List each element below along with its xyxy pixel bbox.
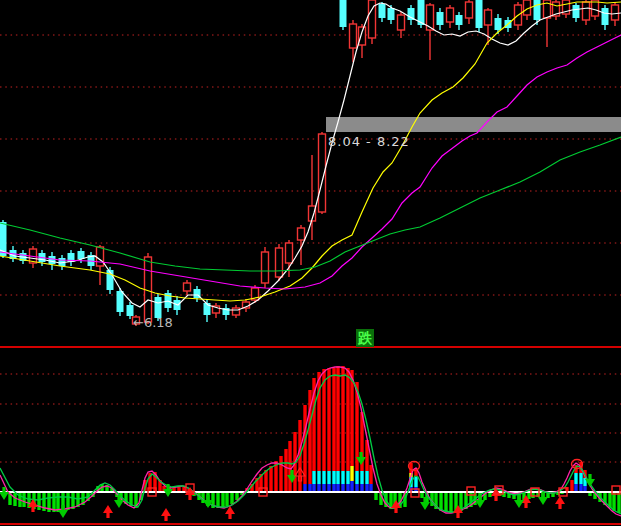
histogram-bar	[346, 484, 349, 491]
histogram-bar	[341, 484, 344, 491]
fall-badge: 跌	[356, 329, 374, 347]
histogram-bar	[355, 471, 358, 484]
panel-bottom-border	[0, 523, 621, 525]
candle-up	[184, 283, 191, 291]
histogram-bar	[332, 484, 335, 491]
histogram-bar	[317, 471, 320, 484]
histogram-bar	[369, 465, 372, 484]
candle-up	[485, 10, 492, 25]
histogram-bar	[570, 480, 573, 491]
histogram-bar	[22, 493, 25, 507]
ma-green	[0, 137, 621, 271]
histogram-bar	[312, 484, 315, 491]
histogram-bar	[336, 366, 339, 471]
candle-down	[476, 0, 483, 28]
candle-down	[456, 15, 463, 25]
candle-down	[388, 8, 395, 20]
candle-down	[534, 0, 541, 20]
histogram-bar	[341, 471, 344, 484]
histogram-bar	[449, 493, 452, 513]
buy-arrow-up	[555, 496, 565, 509]
histogram-bar	[612, 493, 615, 511]
histogram-bar	[350, 370, 353, 466]
candle-down	[379, 4, 386, 18]
histogram-bar	[588, 493, 591, 496]
histogram-bar	[303, 484, 306, 491]
ma-magenta	[0, 35, 621, 289]
histogram-bar	[374, 493, 377, 500]
histogram-bar	[365, 484, 368, 491]
indicator-panel[interactable]	[0, 348, 621, 526]
buy-arrow-up	[225, 506, 235, 519]
histogram-bar	[216, 493, 219, 508]
indicator-svg	[0, 348, 621, 526]
candle-up	[466, 2, 473, 18]
histogram-bar	[341, 366, 344, 471]
histogram-bar	[360, 484, 363, 491]
histogram-bar	[365, 471, 368, 484]
histogram-bar	[346, 368, 349, 471]
histogram-bar	[327, 368, 330, 471]
histogram-bar	[360, 471, 363, 484]
histogram-bar	[13, 493, 16, 506]
histogram-bar	[574, 473, 577, 484]
histogram-bar	[288, 441, 291, 491]
price-range-label: 8.04 - 8.22	[328, 135, 410, 149]
histogram-bar	[317, 484, 320, 491]
candle-down	[117, 291, 124, 312]
candle-down	[437, 12, 444, 25]
histogram-bar	[336, 471, 339, 484]
low-price-annotation: ←6.18	[133, 316, 173, 330]
histogram-bar	[269, 466, 272, 491]
histogram-bar	[308, 484, 311, 491]
price-range-band	[326, 117, 621, 132]
candle-up	[359, 27, 366, 45]
candle-down	[495, 18, 502, 30]
candle-up	[583, 2, 590, 20]
histogram-bar	[583, 486, 586, 491]
histogram-bar	[66, 493, 69, 510]
candle-up	[286, 243, 293, 263]
candle-up	[612, 5, 619, 20]
histogram-bar	[230, 493, 233, 504]
histogram-bar	[336, 484, 339, 491]
histogram-bar	[488, 493, 491, 497]
histogram-bar	[350, 481, 353, 491]
candle-up	[398, 15, 405, 30]
histogram-bar	[327, 471, 330, 484]
histogram-bar	[37, 493, 40, 510]
histogram-bar	[617, 493, 620, 513]
chart-window: 8.04 - 8.22 ←6.18 跌	[0, 0, 621, 526]
histogram-bar	[221, 493, 224, 507]
histogram-bar	[312, 471, 315, 484]
candle-down	[573, 5, 580, 18]
candle-up	[350, 24, 357, 48]
buy-arrow-up	[161, 508, 171, 521]
candle-up	[262, 252, 269, 283]
histogram-bar	[350, 466, 353, 481]
histogram-bar	[332, 368, 335, 471]
histogram-bar	[560, 493, 563, 494]
candle-up	[447, 8, 454, 22]
histogram-bar	[579, 484, 582, 491]
histogram-bar	[444, 493, 447, 512]
candle-down	[340, 0, 347, 27]
candle-up	[276, 248, 283, 277]
histogram-bar	[414, 477, 417, 487]
candle-down	[49, 256, 56, 264]
histogram-bar	[322, 484, 325, 491]
histogram-bar	[327, 484, 330, 491]
candlestick-panel[interactable]	[0, 0, 621, 348]
histogram-bar	[574, 484, 577, 491]
candle-down	[602, 8, 609, 25]
histogram-bar	[346, 471, 349, 484]
histogram-bar	[355, 484, 358, 491]
histogram-bar	[284, 449, 287, 491]
histogram-bar	[420, 493, 423, 498]
candle-up	[233, 308, 240, 315]
histogram-bar	[322, 471, 325, 484]
histogram-bar	[279, 456, 282, 491]
histogram-bar	[579, 473, 582, 484]
sell-arrow-down	[0, 487, 9, 500]
histogram-bar	[332, 471, 335, 484]
